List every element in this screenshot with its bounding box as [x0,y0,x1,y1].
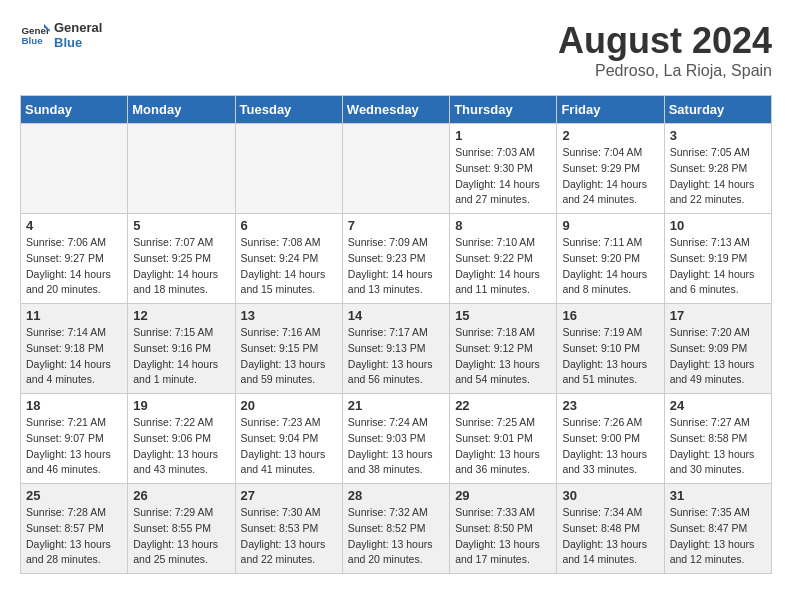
day-info-line: Sunset: 9:03 PM [348,431,444,447]
day-info-line: and 22 minutes. [670,192,766,208]
day-number: 18 [26,398,122,413]
day-info-line: and 15 minutes. [241,282,337,298]
day-info-line: Sunset: 9:13 PM [348,341,444,357]
day-number: 20 [241,398,337,413]
day-number: 7 [348,218,444,233]
day-info-line: Sunrise: 7:18 AM [455,325,551,341]
day-info-line: Daylight: 14 hours [455,177,551,193]
day-info-line: Sunset: 9:30 PM [455,161,551,177]
day-info-line: Sunset: 9:00 PM [562,431,658,447]
day-info-line: and 12 minutes. [670,552,766,568]
day-info-line: Sunrise: 7:32 AM [348,505,444,521]
calendar-day-cell [342,124,449,214]
calendar-week-row: 25Sunrise: 7:28 AMSunset: 8:57 PMDayligh… [21,484,772,574]
day-info-line: Sunrise: 7:03 AM [455,145,551,161]
day-number: 14 [348,308,444,323]
day-info-line: Sunset: 9:07 PM [26,431,122,447]
day-info-line: Sunrise: 7:15 AM [133,325,229,341]
calendar-day-cell: 31Sunrise: 7:35 AMSunset: 8:47 PMDayligh… [664,484,771,574]
day-number: 26 [133,488,229,503]
day-info-line: Sunrise: 7:06 AM [26,235,122,251]
day-info-line: Daylight: 13 hours [670,447,766,463]
day-info-line: and 1 minute. [133,372,229,388]
day-number: 10 [670,218,766,233]
day-info-line: Daylight: 14 hours [348,267,444,283]
logo: General Blue General Blue [20,20,102,50]
day-info-line: Sunrise: 7:35 AM [670,505,766,521]
day-info-line: Sunrise: 7:14 AM [26,325,122,341]
day-info-line: Sunset: 9:04 PM [241,431,337,447]
calendar-day-cell: 11Sunrise: 7:14 AMSunset: 9:18 PMDayligh… [21,304,128,394]
day-info-line: Daylight: 14 hours [26,357,122,373]
day-info: Sunrise: 7:26 AMSunset: 9:00 PMDaylight:… [562,415,658,478]
day-info: Sunrise: 7:16 AMSunset: 9:15 PMDaylight:… [241,325,337,388]
day-info-line: Daylight: 13 hours [241,537,337,553]
day-info-line: Sunset: 9:20 PM [562,251,658,267]
day-info: Sunrise: 7:04 AMSunset: 9:29 PMDaylight:… [562,145,658,208]
day-info-line: Daylight: 13 hours [241,357,337,373]
calendar-week-row: 4Sunrise: 7:06 AMSunset: 9:27 PMDaylight… [21,214,772,304]
month-year-title: August 2024 [558,20,772,62]
day-info-line: Sunset: 8:52 PM [348,521,444,537]
calendar-day-cell: 15Sunrise: 7:18 AMSunset: 9:12 PMDayligh… [450,304,557,394]
day-info-line: and 14 minutes. [562,552,658,568]
day-info-line: Sunset: 8:48 PM [562,521,658,537]
day-number: 6 [241,218,337,233]
day-info-line: and 11 minutes. [455,282,551,298]
day-info-line: and 36 minutes. [455,462,551,478]
day-info-line: Sunset: 9:10 PM [562,341,658,357]
day-number: 17 [670,308,766,323]
day-info-line: Sunset: 9:29 PM [562,161,658,177]
calendar-day-cell: 23Sunrise: 7:26 AMSunset: 9:00 PMDayligh… [557,394,664,484]
day-info-line: Daylight: 14 hours [670,267,766,283]
calendar-day-cell: 24Sunrise: 7:27 AMSunset: 8:58 PMDayligh… [664,394,771,484]
calendar-week-row: 18Sunrise: 7:21 AMSunset: 9:07 PMDayligh… [21,394,772,484]
calendar-day-cell: 17Sunrise: 7:20 AMSunset: 9:09 PMDayligh… [664,304,771,394]
calendar-day-cell [128,124,235,214]
day-info-line: Daylight: 14 hours [241,267,337,283]
logo-blue-text: Blue [54,35,102,50]
calendar-day-cell [235,124,342,214]
day-info: Sunrise: 7:20 AMSunset: 9:09 PMDaylight:… [670,325,766,388]
day-number: 27 [241,488,337,503]
day-info-line: Sunrise: 7:28 AM [26,505,122,521]
calendar-day-cell: 5Sunrise: 7:07 AMSunset: 9:25 PMDaylight… [128,214,235,304]
calendar-day-cell: 21Sunrise: 7:24 AMSunset: 9:03 PMDayligh… [342,394,449,484]
day-info-line: and 18 minutes. [133,282,229,298]
calendar-day-cell: 10Sunrise: 7:13 AMSunset: 9:19 PMDayligh… [664,214,771,304]
day-info-line: Sunrise: 7:05 AM [670,145,766,161]
day-info-line: and 30 minutes. [670,462,766,478]
day-info-line: Daylight: 13 hours [133,447,229,463]
day-info: Sunrise: 7:09 AMSunset: 9:23 PMDaylight:… [348,235,444,298]
calendar-table: SundayMondayTuesdayWednesdayThursdayFrid… [20,95,772,574]
day-info-line: Sunset: 9:01 PM [455,431,551,447]
calendar-day-cell: 8Sunrise: 7:10 AMSunset: 9:22 PMDaylight… [450,214,557,304]
day-info: Sunrise: 7:33 AMSunset: 8:50 PMDaylight:… [455,505,551,568]
day-info-line: Daylight: 13 hours [670,537,766,553]
day-number: 23 [562,398,658,413]
day-info-line: Sunrise: 7:21 AM [26,415,122,431]
calendar-day-cell: 2Sunrise: 7:04 AMSunset: 9:29 PMDaylight… [557,124,664,214]
weekday-header-friday: Friday [557,96,664,124]
day-info-line: Daylight: 13 hours [670,357,766,373]
weekday-header-thursday: Thursday [450,96,557,124]
day-number: 22 [455,398,551,413]
day-info-line: Sunset: 8:55 PM [133,521,229,537]
weekday-header-sunday: Sunday [21,96,128,124]
day-info-line: and 46 minutes. [26,462,122,478]
day-info-line: Sunrise: 7:34 AM [562,505,658,521]
day-info-line: Daylight: 13 hours [348,447,444,463]
day-info-line: and 41 minutes. [241,462,337,478]
weekday-header-row: SundayMondayTuesdayWednesdayThursdayFrid… [21,96,772,124]
calendar-day-cell: 19Sunrise: 7:22 AMSunset: 9:06 PMDayligh… [128,394,235,484]
day-info-line: Sunrise: 7:22 AM [133,415,229,431]
day-info: Sunrise: 7:17 AMSunset: 9:13 PMDaylight:… [348,325,444,388]
logo-general-text: General [54,20,102,35]
weekday-header-tuesday: Tuesday [235,96,342,124]
day-info: Sunrise: 7:22 AMSunset: 9:06 PMDaylight:… [133,415,229,478]
day-info-line: Sunrise: 7:26 AM [562,415,658,431]
day-number: 13 [241,308,337,323]
calendar-day-cell: 12Sunrise: 7:15 AMSunset: 9:16 PMDayligh… [128,304,235,394]
day-info-line: Sunset: 8:58 PM [670,431,766,447]
day-info-line: and 8 minutes. [562,282,658,298]
